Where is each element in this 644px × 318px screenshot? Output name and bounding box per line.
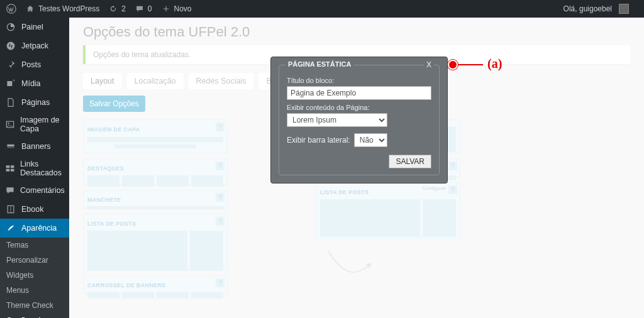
updates-count: 2: [121, 4, 126, 13]
submenu-item-theme-check[interactable]: Theme Check: [0, 298, 69, 313]
wp-logo[interactable]: [6, 4, 16, 14]
svg-rect-9: [6, 169, 10, 172]
sidebar-item-ebook[interactable]: Ebook: [0, 200, 69, 219]
help-icon[interactable]: ?: [216, 123, 225, 131]
banners-icon: [5, 141, 16, 152]
svg-rect-8: [11, 165, 14, 168]
annotation-line: [458, 64, 483, 65]
input-titulo-bloco[interactable]: [287, 86, 431, 100]
comments-icon: [5, 185, 15, 196]
save-options-button[interactable]: Salvar Opções: [83, 96, 145, 112]
block-title: CARROSSEL DE BANNERS: [87, 282, 165, 288]
block-carrossel-banners[interactable]: CARROSSEL DE BANNERS ?: [83, 275, 228, 294]
block-title: IMAGEM DE CAPA: [87, 126, 140, 133]
block-manchete[interactable]: MANCHETE ?: [83, 190, 228, 209]
comments-count: 0: [148, 4, 152, 13]
tab-redes-sociais[interactable]: Redes Sociais: [189, 73, 254, 89]
home-icon: [25, 4, 35, 14]
submenu-item-personalizar[interactable]: Personalizar: [0, 253, 69, 268]
svg-rect-10: [11, 169, 14, 172]
new-link[interactable]: Novo: [161, 4, 192, 14]
sidebar-item-label: Aparência: [21, 224, 57, 233]
sidebar-item-label: Ebook: [21, 205, 43, 214]
label-exibir-barra-lateral: Exibir barra lateral:: [287, 136, 350, 145]
comment-icon: [135, 4, 145, 14]
layout-col-available: IMAGEM DE CAPA ? DESTAQUES ? MANCHETE ? …: [83, 119, 228, 294]
modal-pagina-estatica: PÁGINA ESTÁTICA X Título do bloco: Exibi…: [270, 57, 448, 184]
help-icon[interactable]: ?: [216, 193, 225, 202]
block-imagem-capa[interactable]: IMAGEM DE CAPA ?: [83, 119, 228, 153]
admin-bar: Testes WordPress 2 0 Novo Olá, guigoebel: [0, 0, 644, 18]
block-title: LISTA DE POSTS: [320, 189, 369, 195]
help-icon[interactable]: ?: [216, 162, 225, 170]
svg-rect-5: [7, 145, 14, 146]
help-icon[interactable]: ?: [216, 278, 225, 287]
sidebar-item-label: Mídia: [21, 79, 41, 88]
modal-close-button[interactable]: X: [424, 60, 434, 69]
account-link[interactable]: Olá, guigoebel: [564, 4, 629, 14]
tab-layout[interactable]: Layout: [83, 73, 122, 89]
media-icon: [5, 78, 16, 89]
admin-sidebar: Painel Jetpack Posts Mídia Páginas Image…: [0, 18, 69, 318]
sidebar-item-paginas[interactable]: Páginas: [0, 93, 69, 112]
sidebar-item-label: Comentários: [20, 186, 65, 195]
avatar: [619, 4, 629, 14]
site-link[interactable]: Testes WordPress: [25, 4, 99, 14]
site-title: Testes WordPress: [38, 4, 99, 13]
modal-legend: PÁGINA ESTÁTICA: [286, 60, 353, 68]
image-icon: [5, 119, 15, 130]
help-icon[interactable]: ?: [448, 185, 457, 194]
sidebar-submenu-aparencia: Temas Personalizar Widgets Menus Theme C…: [0, 238, 69, 318]
sidebar-item-links[interactable]: Links Destacados: [0, 156, 69, 181]
plus-icon: [161, 4, 171, 14]
submenu-item-widgets[interactable]: Widgets: [0, 268, 69, 283]
block-title: MANCHETE: [87, 197, 121, 203]
pin-icon: [5, 59, 16, 70]
sidebar-item-midia[interactable]: Mídia: [0, 74, 69, 93]
help-icon[interactable]: ?: [448, 162, 457, 170]
help-icon[interactable]: ?: [216, 217, 225, 226]
sidebar-item-label: Painel: [21, 23, 43, 31]
page-title: Opções do tema UFPel 2.0: [83, 24, 630, 40]
updates-link[interactable]: 2: [108, 4, 126, 14]
label-titulo-bloco: Título do bloco:: [287, 77, 431, 84]
select-barra-lateral[interactable]: Não: [354, 133, 387, 147]
arrow-icon: [325, 245, 375, 283]
refresh-icon: [108, 4, 118, 14]
sidebar-item-label: Jetpack: [21, 41, 48, 50]
sidebar-item-jetpack[interactable]: Jetpack: [0, 36, 69, 55]
block-lista-posts[interactable]: LISTA DE POSTS ?: [83, 214, 228, 270]
sidebar-item-imagem-capa[interactable]: Imagem de Capa: [0, 112, 69, 137]
sidebar-item-posts[interactable]: Posts: [0, 55, 69, 74]
select-conteudo-pagina[interactable]: Lorem Ipsum: [287, 113, 387, 127]
greeting: Olá, guigoebel: [564, 4, 612, 13]
svg-point-2: [7, 42, 15, 50]
svg-rect-6: [7, 147, 14, 148]
annotation-marker: [448, 60, 458, 70]
dashboard-icon: [5, 21, 16, 33]
sidebar-item-label: Posts: [21, 60, 41, 69]
sidebar-item-comentarios[interactable]: Comentários: [0, 181, 69, 200]
label-exibir-conteudo: Exibir conteúdo da Página:: [287, 104, 431, 111]
configure-link[interactable]: Configurar: [423, 185, 446, 191]
modal-save-button[interactable]: SALVAR: [389, 155, 431, 168]
jetpack-icon: [5, 40, 16, 52]
comments-link[interactable]: 0: [135, 4, 152, 14]
svg-point-4: [8, 123, 9, 124]
appearance-icon: [5, 222, 16, 234]
submenu-item-opcoes-tema[interactable]: Opções do Tema: [0, 313, 69, 318]
submenu-item-menus[interactable]: Menus: [0, 283, 69, 298]
sidebar-item-banners[interactable]: Banners: [0, 137, 69, 156]
block-destaques[interactable]: DESTAQUES ?: [83, 158, 228, 185]
wordpress-icon: [6, 4, 16, 14]
tab-localizacao[interactable]: Localização: [127, 73, 184, 89]
sidebar-item-label: Links Destacados: [20, 160, 64, 177]
sidebar-item-label: Banners: [21, 142, 51, 151]
svg-rect-7: [6, 165, 10, 168]
submenu-item-temas[interactable]: Temas: [0, 238, 69, 253]
sidebar-item-aparencia[interactable]: Aparência: [0, 219, 69, 238]
ebook-icon: [5, 204, 16, 215]
block-lista-posts-selected[interactable]: LISTA DE POSTS Configurar ?: [316, 182, 460, 239]
sidebar-item-painel[interactable]: Painel: [0, 18, 69, 36]
block-title: DESTAQUES: [87, 165, 124, 172]
